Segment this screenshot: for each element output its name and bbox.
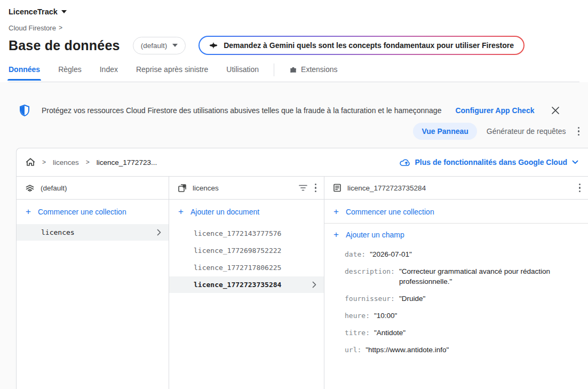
collection-menu-icon[interactable] (313, 181, 319, 195)
chevron-right-icon (157, 229, 161, 236)
collection-icon (178, 184, 187, 193)
configure-app-check-link[interactable]: Configurer App Check (455, 106, 534, 115)
breadcrumb-collection[interactable]: licences (53, 158, 79, 166)
firestore-panel: > licences > licence_1772723... Plus de … (16, 148, 588, 389)
tab-extensions-label: Extensions (301, 65, 337, 74)
tab-reprise-apres-sinistre[interactable]: Reprise après sinistre (136, 65, 208, 81)
field-date[interactable]: date: "2026-07-01" (345, 249, 579, 259)
tab-bar: Données Règles Index Reprise après sinis… (9, 63, 579, 82)
gemini-prompt-label: Demandez à Gemini quels sont les concept… (224, 41, 514, 50)
tab-divider (274, 63, 274, 76)
field-list: date: "2026-07-01" description: "Correct… (324, 244, 588, 355)
home-icon[interactable] (26, 157, 35, 167)
tab-extensions[interactable]: Extensions (289, 65, 337, 81)
app-check-banner-text: Protégez vos ressources Cloud Firestore … (42, 106, 441, 115)
shield-icon (19, 105, 30, 116)
document-list-item[interactable]: licence_1772717806225 (169, 259, 324, 276)
document-column-title: licence_1772723735284 (347, 184, 426, 192)
plus-icon: + (178, 208, 184, 216)
filter-icon[interactable] (297, 182, 309, 193)
tab-utilisation[interactable]: Utilisation (226, 65, 259, 81)
view-controls: Vue Panneau Générateur de requêtes (0, 123, 588, 140)
project-name: LicenceTrack (9, 7, 58, 16)
document-column: licence_1772723735284 + Commencer une co… (324, 177, 588, 389)
collection-column: licences + Ajouter un document lic (169, 177, 324, 389)
app-header: LicenceTrack Cloud Firestore > Base de d… (0, 0, 588, 82)
page-title: Base de données (9, 38, 120, 53)
database-column-title: (default) (41, 184, 67, 192)
cloud-icon (400, 158, 410, 166)
field-url[interactable]: url: "https://www.antidote.info" (345, 345, 579, 355)
google-cloud-link-label: Plus de fonctionnalités dans Google Clou… (415, 158, 567, 166)
document-list-item-selected[interactable]: licence_1772723735284 (169, 276, 324, 293)
plus-icon: + (333, 231, 339, 239)
panel-view-button[interactable]: Vue Panneau (413, 123, 476, 140)
database-column: (default) + Commencer une collection lic… (17, 177, 169, 389)
more-options-icon[interactable] (576, 125, 582, 138)
plus-icon: + (333, 208, 339, 216)
breadcrumb-document: licence_1772723... (97, 158, 157, 166)
firestore-breadcrumb: > licences > licence_1772723... Plus de … (17, 148, 588, 177)
database-selector[interactable]: (default) (133, 37, 186, 54)
tab-donnees[interactable]: Données (9, 65, 40, 81)
breadcrumb-section: Cloud Firestore (9, 24, 56, 32)
field-titre[interactable]: titre: "Antidote" (345, 328, 579, 338)
chevron-right-icon (312, 281, 316, 288)
chevron-right-icon: > (86, 158, 90, 166)
query-builder-button[interactable]: Générateur de requêtes (487, 127, 566, 136)
breadcrumb[interactable]: Cloud Firestore > (9, 24, 62, 32)
firestore-database-icon (25, 183, 35, 193)
document-icon (333, 184, 341, 192)
content-area: Protégez vos ressources Cloud Firestore … (0, 82, 588, 389)
field-description[interactable]: description: "Correcteur grammatical ava… (345, 266, 579, 287)
collection-column-title: licences (193, 184, 219, 192)
chevron-right-icon: > (59, 24, 62, 32)
chevron-down-icon (61, 10, 67, 13)
field-heure[interactable]: heure: "10:00" (345, 311, 579, 321)
tab-index[interactable]: Index (100, 65, 118, 81)
field-fournisseur[interactable]: fournisseur: "Druide" (345, 293, 579, 304)
collection-list-item[interactable]: licences (17, 224, 169, 241)
add-field-button[interactable]: + Ajouter un champ (324, 224, 588, 244)
add-document-button[interactable]: + Ajouter un document (169, 200, 324, 221)
gemini-prompt-button[interactable]: Demandez à Gemini quels sont les concept… (198, 36, 525, 55)
google-cloud-link[interactable]: Plus de fonctionnalités dans Google Clou… (400, 158, 578, 166)
tab-regles[interactable]: Règles (58, 65, 82, 81)
document-list-item[interactable]: licence_1772698752222 (169, 242, 324, 259)
start-collection-button[interactable]: + Commencer une collection (17, 200, 169, 221)
close-icon[interactable] (551, 106, 560, 115)
document-list-item[interactable]: licence_1772143777576 (169, 225, 324, 242)
document-list: licence_1772143777576 licence_1772698752… (169, 221, 324, 293)
database-selector-label: (default) (141, 42, 168, 50)
puzzle-icon (289, 65, 297, 73)
gemini-spark-icon (209, 41, 218, 50)
plus-icon: + (26, 208, 31, 216)
document-menu-icon[interactable] (577, 181, 583, 195)
project-selector[interactable]: LicenceTrack (9, 7, 67, 16)
chevron-down-icon (572, 160, 578, 164)
app-check-banner: Protégez vos ressources Cloud Firestore … (0, 105, 588, 116)
chevron-down-icon (172, 44, 178, 47)
chevron-right-icon: > (42, 158, 46, 166)
start-collection-in-doc-button[interactable]: + Commencer une collection (324, 200, 588, 224)
